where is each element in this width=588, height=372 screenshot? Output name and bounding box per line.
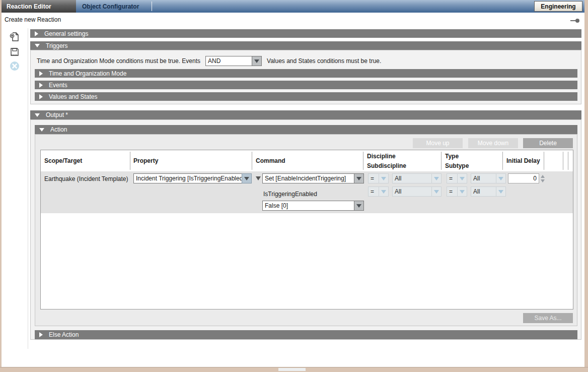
dropdown-button[interactable] (354, 201, 364, 211)
type-operator-combobox: = (447, 173, 467, 183)
save-as-label: Save As... (534, 315, 561, 322)
type-operator-combobox: = (447, 187, 467, 197)
chevron-down-icon (460, 177, 465, 180)
expanded-triangle-icon (39, 128, 44, 132)
events-operator-combobox[interactable]: AND (205, 56, 262, 66)
window-bottom-edge (0, 367, 588, 372)
column-divider (252, 152, 252, 170)
property-value-selection[interactable]: False [0] (262, 201, 354, 211)
column-divider (502, 152, 503, 170)
sidebar-divider (28, 28, 28, 349)
property-combobox[interactable]: Incident Triggering [IsTriggeringEnabled… (133, 173, 252, 183)
condition-text-right: Values and States conditions must be tru… (267, 57, 381, 65)
discard-button[interactable] (9, 60, 21, 72)
column-header-subdiscipline: Subdiscipline (367, 162, 406, 169)
engineering-mode-label: Engineering (541, 3, 575, 10)
section-general-settings[interactable]: General settings (30, 29, 581, 38)
new-reaction-button[interactable] (9, 31, 21, 43)
collapsed-triangle-icon (35, 31, 38, 36)
dropdown-button (431, 187, 442, 197)
row-expander-icon[interactable] (256, 176, 261, 180)
new-reaction-icon (9, 31, 20, 42)
initial-delay-spinner[interactable] (540, 173, 546, 183)
column-divider (563, 152, 563, 170)
move-down-button[interactable]: Move down (468, 138, 518, 148)
trigger-condition-row: Time and Organization Mode conditions mu… (37, 55, 381, 67)
condition-text-left: Time and Organization Mode conditions mu… (37, 57, 200, 65)
move-up-button[interactable]: Move up (413, 138, 463, 148)
action-table: Scope/Target Property Command Discipline… (40, 150, 573, 309)
expanded-triangle-icon (35, 44, 40, 47)
tab-separator (152, 2, 152, 11)
section-action[interactable]: Action (35, 125, 577, 134)
column-divider (441, 152, 442, 170)
save-button[interactable] (9, 46, 21, 58)
body-area: General settings Triggers Time and Organ… (2, 27, 584, 367)
collapsed-triangle-icon (39, 332, 43, 337)
chevron-down-icon (498, 177, 503, 180)
discipline-value: All (392, 187, 431, 197)
tab-bar: Reaction Editor Object Configurator Engi… (2, 0, 584, 13)
chevron-down-icon (381, 190, 386, 194)
chevron-down-icon (381, 177, 386, 180)
column-header-initial-delay: Initial Delay (506, 157, 540, 164)
property-value-combobox[interactable]: False [0] (262, 201, 364, 211)
delete-label: Delete (539, 140, 557, 147)
command-value[interactable]: Set [EnableIncidentTriggering] (262, 173, 354, 183)
output-panel: Action Move up Move down Delete (30, 119, 581, 340)
section-else-action[interactable]: Else Action (35, 330, 577, 339)
discipline-operator-value: = (368, 187, 379, 197)
collapsed-triangle-icon (39, 94, 43, 99)
discipline-value: All (392, 173, 431, 183)
column-divider (130, 152, 130, 170)
property-value[interactable]: Incident Triggering [IsTriggeringEnabled… (133, 173, 242, 183)
section-action-label: Action (50, 126, 67, 133)
dropdown-button (457, 187, 467, 197)
triggers-panel: Time and Organization Mode conditions mu… (30, 50, 581, 104)
splitter-handle[interactable] (278, 368, 306, 371)
command-combobox[interactable]: Set [EnableIncidentTriggering] (262, 173, 364, 183)
discipline-operator-value: = (368, 173, 379, 183)
type-value: All (471, 173, 496, 183)
type-combobox: All (471, 173, 506, 183)
section-events-label: Events (49, 82, 67, 89)
save-as-button[interactable]: Save As... (523, 313, 573, 323)
collapsed-triangle-icon (39, 71, 43, 76)
chevron-down-icon (356, 204, 361, 208)
discipline-operator-combobox: = (368, 173, 389, 183)
section-output[interactable]: Output * (30, 110, 581, 119)
chevron-down-icon (244, 177, 249, 180)
move-down-label: Move down (478, 140, 508, 147)
section-events[interactable]: Events (35, 81, 577, 89)
dropdown-button[interactable] (252, 56, 262, 66)
tab-reaction-editor[interactable]: Reaction Editor (2, 0, 76, 13)
column-header-discipline: Discipline (367, 153, 396, 160)
section-values-states-label: Values and States (49, 93, 98, 100)
initial-delay-input[interactable] (508, 173, 539, 183)
column-header-subtype: Subtype (445, 162, 469, 169)
section-general-settings-label: General settings (44, 30, 88, 37)
engineering-mode-button[interactable]: Engineering (534, 1, 582, 12)
dropdown-button (379, 173, 389, 183)
sub-property-label: IsTriggeringEnabled (263, 191, 317, 198)
save-icon (9, 46, 20, 57)
spinner-down-icon[interactable] (541, 179, 545, 182)
editor-content: General settings Triggers Time and Organ… (30, 27, 581, 367)
tab-object-configurator[interactable]: Object Configurator (78, 0, 152, 13)
section-triggers[interactable]: Triggers (30, 41, 581, 50)
dropdown-button (457, 173, 467, 183)
chevron-down-icon (460, 190, 465, 194)
dropdown-button[interactable] (242, 173, 252, 183)
dropdown-button (496, 173, 506, 183)
discard-icon (9, 60, 20, 72)
pin-dot (575, 19, 579, 23)
pin-icon[interactable] (570, 19, 579, 23)
delete-button[interactable]: Delete (523, 138, 573, 148)
column-divider (568, 152, 568, 170)
spinner-up-icon[interactable] (541, 175, 545, 178)
section-time-organization-mode[interactable]: Time and Organization Mode (35, 69, 577, 78)
events-operator-value[interactable]: AND (205, 56, 252, 66)
application-frame: Reaction Editor Object Configurator Engi… (0, 0, 588, 372)
section-values-states[interactable]: Values and States (35, 92, 577, 101)
dropdown-button[interactable] (354, 173, 364, 183)
